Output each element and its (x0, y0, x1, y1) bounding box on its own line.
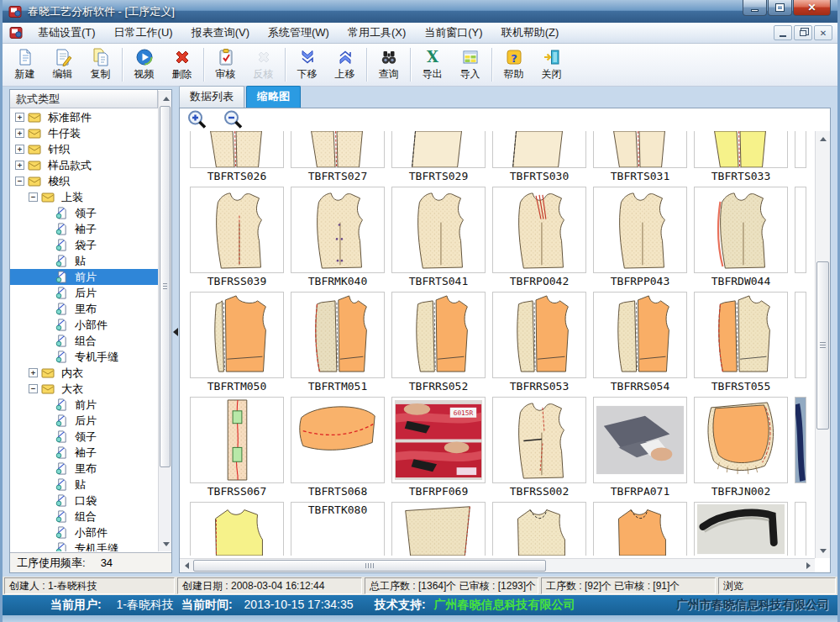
menu-item-6[interactable]: 当前窗口(Y) (415, 23, 491, 43)
tab-data-list[interactable]: 数据列表 (179, 86, 244, 108)
tree-item-leaf-21[interactable]: 袖子 (10, 445, 158, 461)
menu-item-3[interactable]: 报表查询(V) (182, 23, 259, 43)
menu-item-4[interactable]: 系统管理(W) (259, 23, 339, 43)
scroll-left-icon[interactable] (180, 559, 193, 572)
pattern-thumbnail[interactable]: 6015RTBFRPF069 (391, 397, 486, 498)
scroll-down-icon[interactable] (816, 544, 830, 557)
move-toolbar-button-move-up[interactable]: 上移 (326, 45, 364, 84)
pattern-thumbnail[interactable] (492, 502, 586, 556)
tree-item-leaf-23[interactable]: 贴 (10, 477, 158, 493)
menu-item-2[interactable]: 日常工作(U) (105, 23, 182, 43)
pattern-thumbnail[interactable] (190, 502, 284, 556)
tree-item-folder-3[interactable]: +样品款式 (10, 157, 158, 173)
pattern-thumbnail[interactable]: TBFRMK040 (291, 187, 385, 287)
copy-toolbar-button-copy-doc[interactable]: 复制 (81, 45, 119, 84)
mdi-close-button[interactable]: ✕ (814, 25, 832, 40)
export-toolbar-button-export-excel[interactable]: X导出 (413, 45, 451, 84)
pattern-thumbnail[interactable]: TBFRTS029 (391, 131, 486, 182)
tree-item-leaf-11[interactable]: 后片 (10, 285, 158, 301)
maximize-button[interactable] (768, 0, 792, 16)
tree-item-leaf-7[interactable]: 袖子 (10, 221, 158, 237)
expand-icon[interactable]: + (15, 129, 24, 138)
mdi-minimize-button[interactable] (774, 25, 792, 40)
menu-item-1[interactable]: 基础设置(T) (29, 23, 105, 43)
tree-item-leaf-24[interactable]: 口袋 (10, 493, 158, 509)
tree-item-folder-4[interactable]: −梭织 (10, 173, 158, 189)
tab-thumbnail-view[interactable]: 缩略图 (246, 86, 301, 108)
tree-item-leaf-18[interactable]: 前片 (10, 397, 158, 413)
tree-item-leaf-20[interactable]: 领子 (10, 429, 158, 445)
tree-item-folder-5[interactable]: −上装 (10, 189, 158, 205)
pattern-thumbnail[interactable]: TBFRTS068 (291, 397, 385, 498)
pattern-thumbnail[interactable]: TBFRJN002 (694, 397, 788, 498)
tree-item-leaf-10[interactable]: 前片 (10, 269, 158, 285)
tree-item-leaf-19[interactable]: 后片 (10, 413, 158, 429)
tree-item-folder-2[interactable]: +针织 (10, 141, 158, 157)
unaudit-toolbar-button-unaudit-x[interactable]: 反核 (244, 45, 282, 84)
close-toolbar-button-close-door[interactable]: 关闭 (533, 45, 570, 84)
tree-item-leaf-9[interactable]: 贴 (10, 253, 158, 269)
expand-icon[interactable]: + (15, 145, 24, 154)
tree-item-leaf-27[interactable]: 专机手缝 (10, 540, 158, 551)
tree-item-leaf-8[interactable]: 袋子 (10, 237, 158, 253)
pattern-thumbnail[interactable]: TBFRTS027 (291, 131, 385, 182)
tree-item-folder-1[interactable]: +牛仔装 (10, 125, 158, 141)
search-toolbar-button-search-binoculars[interactable]: 查询 (370, 45, 407, 84)
video-toolbar-button-video-play[interactable]: 视频 (125, 45, 163, 84)
audit-toolbar-button-audit-check[interactable]: 审核 (207, 45, 244, 84)
tree-scroll-thumb[interactable] (160, 106, 171, 467)
pattern-thumbnail[interactable] (694, 502, 788, 556)
pattern-thumbnail[interactable]: TBFRSS039 (190, 187, 284, 287)
zoom-in-icon[interactable] (186, 109, 208, 131)
menu-item-7[interactable]: 联机帮助(Z) (492, 23, 569, 43)
pattern-thumbnail[interactable]: TBFRTK080 (291, 502, 385, 556)
tree-item-leaf-12[interactable]: 里布 (10, 301, 158, 317)
pattern-thumbnail[interactable]: TBFRTS033 (694, 131, 788, 182)
pattern-thumbnail[interactable]: TBFRTM050 (190, 292, 284, 393)
delete-toolbar-button-delete-x[interactable]: 删除 (163, 45, 201, 84)
pattern-thumbnail[interactable]: TBFRRS053 (492, 292, 586, 393)
menu-item-5[interactable]: 常用工具(X) (339, 23, 415, 43)
tree-item-leaf-22[interactable]: 里布 (10, 461, 158, 477)
close-button[interactable]: ✕ (793, 0, 831, 16)
collapse-icon[interactable]: − (15, 177, 24, 186)
tree-item-leaf-15[interactable]: 专机手缝 (10, 349, 158, 365)
tree-item-leaf-14[interactable]: 组合 (10, 333, 158, 349)
pattern-thumbnail[interactable] (593, 502, 687, 556)
pattern-thumbnail[interactable]: TBFRPO042 (492, 187, 586, 287)
import-toolbar-button-import-grid[interactable]: 导入 (451, 45, 489, 84)
pattern-thumbnail[interactable]: TBFRTS030 (492, 131, 586, 182)
help-toolbar-button-help-question[interactable]: ?帮助 (495, 45, 533, 84)
panel-splitter[interactable] (172, 89, 179, 573)
pattern-thumbnail[interactable]: TBFRRS054 (593, 292, 687, 393)
pattern-thumbnail[interactable]: TBFRTS041 (391, 187, 486, 287)
vertical-scroll-thumb[interactable] (816, 261, 829, 430)
pattern-thumbnail[interactable] (391, 502, 486, 556)
expand-icon[interactable]: + (29, 368, 38, 377)
expand-icon[interactable]: + (15, 113, 24, 122)
scroll-right-icon[interactable] (801, 559, 815, 572)
collapse-icon[interactable]: − (29, 192, 38, 202)
tree-item-folder-17[interactable]: −大衣 (10, 381, 158, 397)
pattern-thumbnail[interactable]: TBFRTS031 (593, 131, 687, 182)
vertical-scrollbar[interactable] (815, 131, 830, 558)
tree-item-leaf-6[interactable]: 领子 (10, 205, 158, 221)
new-toolbar-button-new-doc[interactable]: 新建 (6, 45, 44, 84)
collapse-icon[interactable]: − (29, 384, 38, 393)
minimize-button[interactable] (743, 0, 767, 16)
pattern-thumbnail[interactable]: TBFRTS026 (190, 131, 284, 182)
mdi-restore-button[interactable] (794, 25, 812, 40)
tree-scroll-down-icon[interactable] (160, 537, 173, 551)
tree-item-leaf-25[interactable]: 组合 (10, 509, 158, 524)
zoom-out-icon[interactable] (223, 109, 244, 131)
tree-scroll-up-icon[interactable] (160, 92, 173, 105)
horizontal-scrollbar[interactable] (180, 558, 815, 572)
move-toolbar-button-move-down[interactable]: 下移 (288, 45, 326, 84)
pattern-thumbnail[interactable]: TBFRRS052 (391, 292, 486, 393)
horizontal-scroll-thumb[interactable] (193, 560, 546, 572)
pattern-thumbnail[interactable]: TBFRPA071 (593, 397, 687, 498)
tree-item-folder-16[interactable]: +内衣 (10, 365, 158, 381)
tree-scrollbar[interactable] (158, 91, 171, 551)
pattern-thumbnail[interactable]: TBFRDW044 (694, 187, 788, 287)
pattern-thumbnail[interactable]: TBFRTM051 (291, 292, 385, 393)
